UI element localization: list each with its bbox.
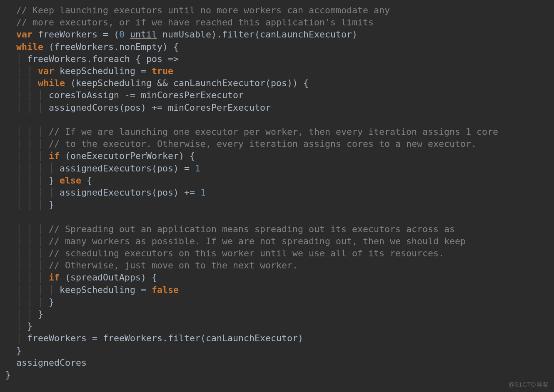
code-token: │ │ │ │ bbox=[16, 163, 60, 174]
code-token: │ │ │ │ bbox=[16, 187, 60, 198]
code-token: │ │ │ bbox=[16, 139, 49, 149]
code-token: // many workers as possible. If we are n… bbox=[49, 236, 466, 246]
code-token: until bbox=[130, 29, 157, 40]
code-token: var bbox=[16, 29, 32, 40]
code-token: 1 bbox=[195, 163, 200, 174]
code-token: │ │ │ bbox=[16, 102, 49, 113]
code-token: // Otherwise, just move on to the next w… bbox=[49, 260, 298, 270]
code-token: │ │ bbox=[16, 66, 38, 76]
code-editor-content[interactable]: // Keep launching executors until no mor… bbox=[0, 0, 554, 381]
code-token: if bbox=[49, 151, 60, 161]
code-token: │ │ │ bbox=[16, 90, 49, 100]
code-token: // If we are launching one executor per … bbox=[49, 127, 498, 137]
code-token: │ │ │ bbox=[16, 175, 49, 186]
code-token: │ │ │ bbox=[16, 297, 49, 307]
code-token: │ │ │ │ bbox=[16, 285, 60, 295]
code-token: // to the executor. Otherwise, every ite… bbox=[49, 139, 477, 149]
code-token: │ bbox=[16, 54, 27, 64]
code-token: while bbox=[16, 42, 43, 52]
code-token: false bbox=[152, 285, 179, 295]
code-token: │ │ bbox=[16, 309, 38, 319]
code-token: │ │ │ bbox=[16, 199, 49, 210]
code-token: else bbox=[60, 175, 81, 186]
code-token: │ │ │ bbox=[16, 127, 49, 137]
watermark-text: @51CTO博客 bbox=[509, 381, 549, 389]
code-token: 0 bbox=[119, 29, 125, 40]
code-token: // Keep launching executors until no mor… bbox=[16, 5, 390, 15]
code-token: │ bbox=[16, 321, 27, 331]
code-token: │ │ │ bbox=[16, 151, 49, 161]
code-token: │ │ │ bbox=[16, 272, 49, 283]
code-token: while bbox=[38, 78, 65, 88]
code-token: if bbox=[49, 272, 60, 283]
code-token: // more executors, or if we have reached… bbox=[16, 17, 374, 27]
code-token: │ │ │ bbox=[16, 224, 49, 234]
code-token: │ bbox=[16, 333, 27, 343]
code-token: // scheduling executors on this worker u… bbox=[49, 248, 444, 258]
code-token: 1 bbox=[200, 187, 206, 198]
code-token: │ │ │ bbox=[16, 248, 49, 258]
code-token: │ │ │ bbox=[16, 236, 49, 246]
code-token: │ │ bbox=[16, 78, 38, 88]
code-token: var bbox=[38, 66, 54, 76]
code-token: │ │ │ bbox=[16, 260, 49, 270]
code-token: true bbox=[152, 66, 173, 76]
code-token: // Spreading out an application means sp… bbox=[49, 224, 455, 234]
